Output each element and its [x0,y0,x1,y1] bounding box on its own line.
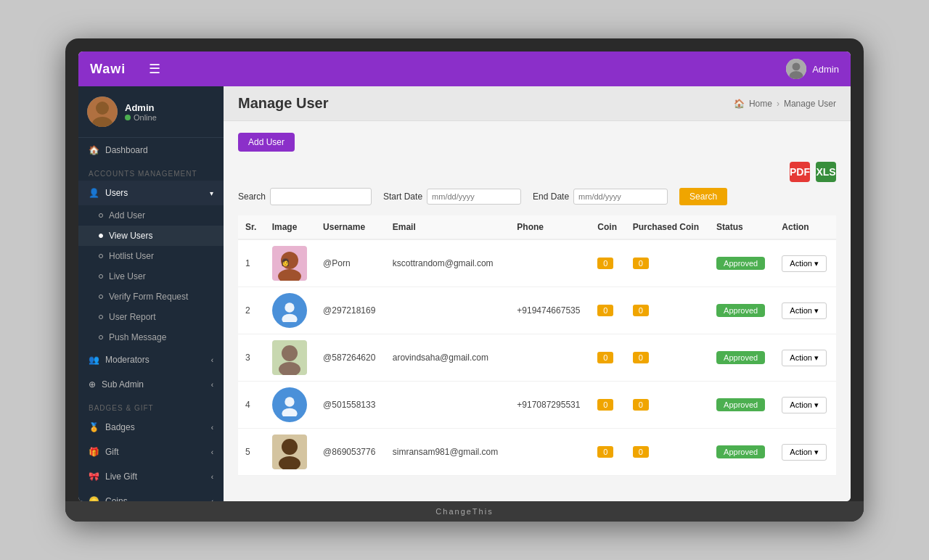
col-action: Action [774,215,836,239]
brand-logo: Wawi [90,62,126,77]
verify-label: Verify Form Request [109,292,188,302]
live-user-label: Live User [109,271,146,281]
cell-username: @869053776 [316,429,385,476]
cell-action: Action ▾ [774,429,836,476]
search-button[interactable]: Search [679,188,727,205]
content-header: Manage User 🏠 Home › Manage User [224,86,851,121]
cell-coin: 0 [590,334,625,382]
end-date-input[interactable] [573,189,668,205]
sidebar-item-sub-admin[interactable]: ⊕ Sub Admin ‹ [78,372,224,397]
sidebar-item-gift[interactable]: 🎁 Gift ‹ [78,440,224,464]
action-button[interactable]: Action ▾ [782,444,827,461]
cell-email [385,382,510,429]
add-user-button[interactable]: Add User [238,133,295,152]
online-status: Online [134,113,157,122]
add-user-circle [99,213,103,218]
live-gift-chevron: ‹ [211,473,213,481]
cell-phone: +917087295531 [509,382,590,429]
sidebar-item-verify-form[interactable]: Verify Form Request [78,287,224,307]
cell-purchased-coin: 0 [626,334,709,382]
cell-coin: 0 [590,429,625,476]
pdf-export-button[interactable]: PDF [790,162,810,182]
breadcrumb-home: Home [749,99,772,109]
sidebar-item-live-user[interactable]: Live User [78,266,224,287]
cell-email: arovindsaha@gmail.com [385,334,510,382]
end-date-label: End Date [533,192,569,202]
breadcrumb: 🏠 Home › Manage User [734,99,836,109]
search-group: Search [238,188,372,205]
gift-chevron: ‹ [211,448,213,456]
svg-point-12 [282,314,297,322]
verify-circle [99,295,103,299]
user-avatar-image [272,435,307,469]
col-status: Status [709,215,774,239]
svg-point-17 [285,397,294,406]
action-button[interactable]: Action ▾ [782,350,827,366]
col-image: Image [265,215,316,239]
search-input[interactable] [270,188,372,205]
col-sr: Sr. [238,215,265,239]
cell-purchased-coin: 0 [626,287,709,334]
cell-image: 👩 [265,239,316,287]
sidebar-avatar [87,96,118,127]
main-content: Manage User 🏠 Home › Manage User Add Use… [224,86,851,501]
live-user-circle [99,274,103,279]
users-label: Users [105,188,128,198]
cell-email [385,287,510,334]
cell-sr: 2 [238,287,265,334]
laptop-brand: ChangeThis [65,501,864,522]
search-bar: Search Start Date End Date S [238,188,836,205]
action-button[interactable]: Action ▾ [782,397,827,413]
cell-purchased-coin: 0 [626,429,709,476]
start-date-input[interactable] [427,189,521,205]
sidebar-item-moderators[interactable]: 👥 Moderators ‹ [78,347,224,372]
sidebar-item-user-report[interactable]: User Report [78,307,224,327]
start-date-label: Start Date [383,192,422,202]
sidebar-item-live-gift[interactable]: 🎀 Live Gift ‹ [78,464,224,489]
cell-email: kscottrandom@gmail.com [385,239,510,287]
sidebar-item-coins[interactable]: 🪙 Coins ‹ [78,489,224,501]
sidebar-item-push-message[interactable]: Push Message [78,327,224,347]
badges-chevron: ‹ [211,424,213,432]
sidebar-item-users[interactable]: 👤 Users ▾ [78,181,224,205]
badges-icon: 🏅 [89,422,99,432]
sidebar-item-dashboard[interactable]: 🏠 Dashboard [78,138,224,162]
cell-coin: 0 [590,287,625,334]
user-report-label: User Report [109,312,156,322]
start-date-group: Start Date [383,189,521,205]
action-button[interactable]: Action ▾ [782,302,827,319]
admin-avatar-top [786,59,806,79]
cell-image [265,334,316,382]
col-username: Username [316,215,385,239]
gift-label: Gift [105,447,119,457]
sidebar-dashboard-label: Dashboard [105,145,148,155]
sidebar-item-hotlist-user[interactable]: Hotlist User [78,246,224,266]
hamburger-icon[interactable]: ☰ [149,61,160,77]
page-title: Manage User [238,95,329,112]
users-icon: 👤 [89,188,99,198]
svg-point-20 [282,439,298,455]
admin-label: Admin [812,64,839,75]
breadcrumb-current: Manage User [784,99,836,109]
cell-image [265,287,316,334]
excel-export-button[interactable]: XLS [816,162,836,182]
users-submenu: Add User View Users Hotlist User Li [78,205,224,347]
cell-purchased-coin: 0 [626,239,709,287]
sidebar: Admin Online 🏠 Dashboard ACCOUNTS MANAGE… [78,86,224,501]
view-users-circle [99,234,103,238]
accounts-section-label: ACCOUNTS MANAGEMENT [78,162,224,181]
table-row: 5 @869053776 simransam981@gmail.com 0 0 … [238,429,836,476]
badges-section-label: BADGES & GIFT [78,397,224,415]
cell-phone: +919474667535 [509,287,590,334]
cell-image [265,429,316,476]
cell-sr: 3 [238,334,265,382]
sidebar-item-view-users[interactable]: View Users [78,226,224,246]
sidebar-item-add-user[interactable]: Add User [78,205,224,226]
cell-sr: 5 [238,429,265,476]
sub-admin-chevron: ‹ [211,381,213,389]
user-avatar-image: 👩 [272,246,307,281]
sidebar-item-badges[interactable]: 🏅 Badges ‹ [78,415,224,440]
hotlist-circle [99,254,103,258]
action-button[interactable]: Action ▾ [782,255,827,272]
top-nav: Wawi ☰ Admin [78,52,851,86]
